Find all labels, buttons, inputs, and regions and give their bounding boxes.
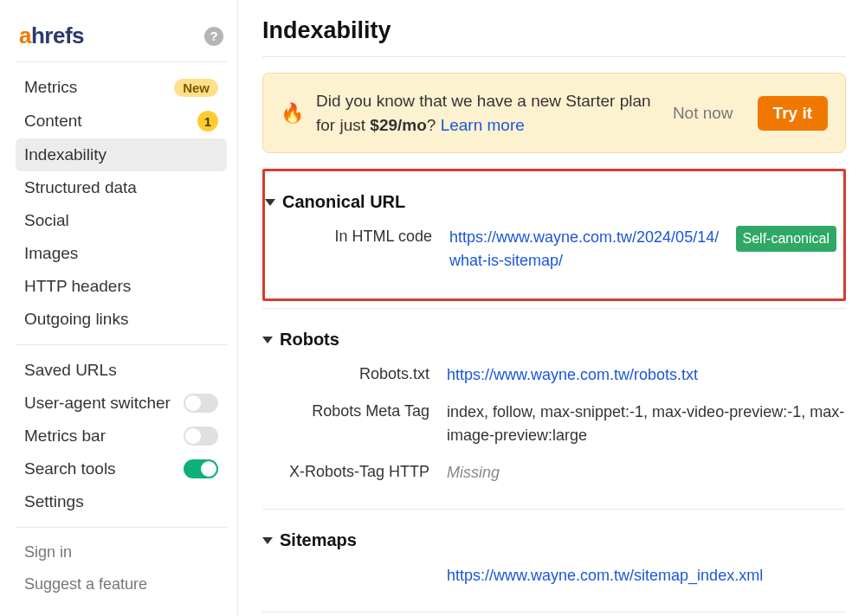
section-head-canonical[interactable]: Canonical URL: [265, 187, 836, 221]
badge-new: New: [174, 79, 218, 97]
sidebar-item-metrics[interactable]: Metrics New: [16, 71, 227, 104]
toggle-label: User-agent switcher: [24, 394, 171, 413]
divider: [262, 509, 846, 510]
section-robots: Robots Robots.txt https://www.wayne.com.…: [262, 316, 846, 502]
toggle-label: Search tools: [24, 459, 116, 478]
kv-value: https://www.wayne.com.tw/robots.txt: [447, 363, 846, 387]
logo-row: ahrefs ?: [16, 17, 227, 62]
sidebar: ahrefs ? Metrics New Content 1 Indexabil…: [0, 0, 238, 616]
sidebar-item-label: Social: [24, 211, 69, 230]
toggle-switch[interactable]: [184, 459, 218, 478]
divider: [16, 527, 227, 528]
sidebar-item-settings[interactable]: Settings: [16, 485, 227, 518]
section-head-sitemaps[interactable]: Sitemaps: [262, 525, 846, 559]
sidebar-item-images[interactable]: Images: [16, 237, 227, 270]
toggle-label: Metrics bar: [24, 427, 106, 446]
divider: [16, 344, 227, 345]
robots-txt-row: Robots.txt https://www.wayne.com.tw/robo…: [262, 358, 846, 395]
sidebar-item-http-headers[interactable]: HTTP headers: [16, 270, 227, 303]
page-title: Indexability: [262, 17, 846, 57]
badge-count: 1: [197, 111, 218, 132]
canonical-highlight-box: Canonical URL In HTML code https://www.w…: [262, 169, 846, 301]
section-sitemaps: Sitemaps https://www.wayne.com.tw/sitema…: [262, 517, 846, 605]
robots-meta-row: Robots Meta Tag index, follow, max-snipp…: [262, 395, 846, 456]
kv-label: Robots.txt: [278, 363, 429, 383]
main-content: Indexability 🔥 Did you know that we have…: [238, 0, 865, 616]
try-it-button[interactable]: Try it: [758, 96, 828, 131]
sidebar-item-label: Indexability: [24, 145, 107, 164]
sidebar-item-label: Structured data: [24, 178, 137, 197]
robots-txt-link[interactable]: https://www.wayne.com.tw/robots.txt: [447, 366, 698, 383]
banner-qmark: ?: [427, 116, 441, 134]
promo-banner: 🔥 Did you know that we have a new Starte…: [262, 73, 846, 153]
footer-suggest-feature[interactable]: Suggest a feature: [16, 568, 227, 600]
section-head-robots[interactable]: Robots: [262, 324, 846, 358]
x-robots-row: X-Robots-Tag HTTP Missing: [262, 456, 846, 493]
logo-a: a: [19, 22, 31, 48]
sidebar-item-label: Metrics: [24, 78, 77, 97]
sidebar-item-social[interactable]: Social: [16, 204, 227, 237]
section-title: Canonical URL: [282, 192, 405, 212]
sidebar-item-structured-data[interactable]: Structured data: [16, 171, 227, 204]
fire-icon: 🔥: [281, 102, 304, 125]
sidebar-item-saved-urls[interactable]: Saved URLs: [16, 354, 227, 387]
sidebar-item-outgoing-links[interactable]: Outgoing links: [16, 303, 227, 336]
canonical-row: In HTML code https://www.wayne.com.tw/20…: [265, 221, 836, 281]
sidebar-item-label: Saved URLs: [24, 361, 117, 380]
sidebar-item-content[interactable]: Content 1: [16, 104, 227, 138]
canonical-url-link[interactable]: https://www.wayne.com.tw/2024/05/14/what…: [449, 228, 719, 269]
missing-value: Missing: [447, 464, 500, 481]
sidebar-item-label: Images: [24, 244, 78, 263]
divider: [262, 612, 846, 613]
learn-more-link[interactable]: Learn more: [441, 116, 525, 134]
kv-value: https://www.wayne.com.tw/2024/05/14/what…: [449, 226, 836, 273]
sitemap-link[interactable]: https://www.wayne.com.tw/sitemap_index.x…: [447, 567, 763, 584]
banner-message: Did you know that we have a new Starter …: [316, 89, 661, 137]
kv-label: [278, 564, 429, 566]
toggle-metrics-bar: Metrics bar: [16, 420, 227, 452]
footer-sign-in[interactable]: Sign in: [16, 536, 227, 568]
divider: [262, 308, 846, 309]
logo[interactable]: ahrefs: [19, 22, 84, 49]
kv-label: X-Robots-Tag HTTP: [278, 461, 429, 481]
kv-value: index, follow, max-snippet:-1, max-video…: [447, 401, 846, 447]
toggle-user-agent-switcher: User-agent switcher: [16, 387, 227, 420]
toggle-switch[interactable]: [184, 427, 218, 446]
banner-price: $29/mo: [370, 116, 426, 134]
help-icon[interactable]: ?: [204, 27, 223, 46]
self-canonical-badge: Self-canonical: [736, 226, 837, 252]
section-title: Sitemaps: [280, 530, 357, 550]
chevron-down-icon: [262, 537, 273, 544]
chevron-down-icon: [265, 199, 275, 206]
logo-rest: hrefs: [31, 22, 84, 48]
sidebar-item-indexability[interactable]: Indexability: [16, 138, 227, 171]
toggle-switch[interactable]: [184, 394, 218, 413]
kv-label: In HTML code: [281, 226, 432, 246]
kv-value: https://www.wayne.com.tw/sitemap_index.x…: [447, 564, 846, 587]
sidebar-item-label: Outgoing links: [24, 310, 128, 329]
chevron-down-icon: [262, 337, 273, 343]
section-canonical: Canonical URL In HTML code https://www.w…: [265, 178, 836, 290]
toggle-search-tools: Search tools: [16, 452, 227, 485]
section-title: Robots: [280, 330, 339, 350]
kv-value: Missing: [447, 461, 846, 484]
sidebar-item-label: Content: [24, 112, 82, 131]
sidebar-item-label: Settings: [24, 492, 84, 511]
sidebar-item-label: HTTP headers: [24, 277, 131, 296]
kv-label: Robots Meta Tag: [278, 401, 429, 420]
not-now-button[interactable]: Not now: [673, 104, 733, 123]
nav-group-main: Metrics New Content 1 Indexability Struc…: [16, 71, 227, 336]
sitemaps-row: https://www.wayne.com.tw/sitemap_index.x…: [262, 559, 846, 596]
